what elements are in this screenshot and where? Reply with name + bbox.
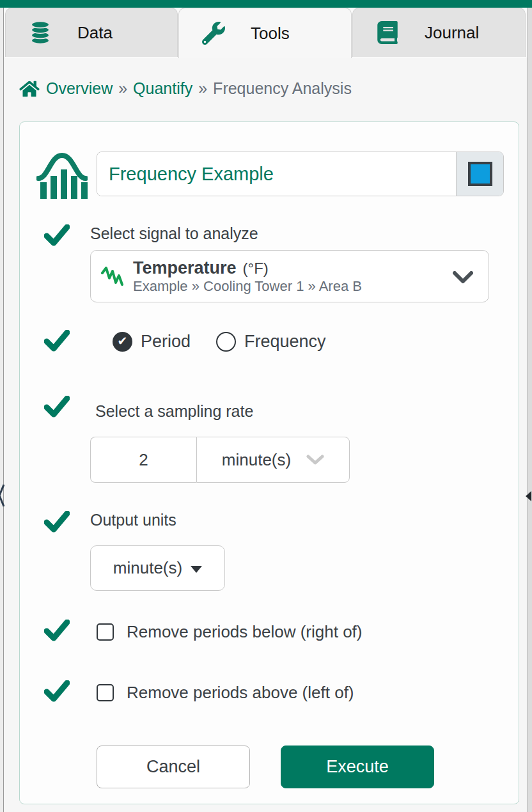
tab-bar: Data Tools Journal (0, 8, 532, 58)
tab-journal-label: Journal (425, 23, 479, 43)
tab-tools-label: Tools (251, 24, 290, 43)
step-complete-icon (44, 680, 70, 702)
signal-section-label: Select signal to analyze (90, 224, 258, 243)
remove-above-checkbox[interactable] (97, 684, 114, 701)
right-panel-edge (528, 8, 532, 812)
tab-tools[interactable]: Tools (178, 8, 352, 58)
output-units-value: minute(s) (113, 558, 182, 578)
remove-below-label[interactable]: Remove periods below (right of) (127, 622, 363, 642)
sampling-unit-select[interactable]: minute(s) (196, 437, 350, 483)
caret-down-icon (191, 566, 202, 573)
chevron-down-icon (306, 455, 324, 465)
tool-name-group (97, 152, 504, 196)
radio-frequency-label[interactable]: Frequency (244, 332, 326, 352)
mode-radio-group: Period Frequency (113, 332, 326, 352)
breadcrumb: Overview » Quantify » Frequency Analysis (19, 79, 352, 98)
step-complete-icon (44, 511, 70, 533)
color-picker-button[interactable] (456, 152, 503, 196)
cancel-button[interactable]: Cancel (97, 746, 250, 788)
option-remove-above: Remove periods above (left of) (97, 683, 354, 703)
radio-frequency-control[interactable] (216, 332, 236, 352)
signal-name: Temperature (133, 258, 237, 277)
home-icon (19, 80, 40, 98)
chevron-down-icon (453, 271, 473, 284)
sampling-rate-group: minute(s) (90, 437, 350, 483)
book-icon (376, 21, 399, 44)
step-complete-icon (44, 224, 70, 246)
tool-header (36, 149, 504, 199)
collapse-left-handle[interactable] (0, 483, 5, 508)
option-remove-below: Remove periods below (right of) (97, 622, 363, 642)
breadcrumb-link-quantify[interactable]: Quantify (133, 79, 192, 98)
breadcrumb-current: Frequency Analysis (213, 79, 352, 98)
breadcrumb-link-overview[interactable]: Overview (46, 79, 113, 98)
step-complete-icon (44, 396, 70, 418)
output-units-label: Output units (90, 511, 176, 529)
radio-period[interactable]: Period (113, 332, 191, 352)
remove-above-label[interactable]: Remove periods above (left of) (127, 683, 354, 703)
sampling-section-label: Select a sampling rate (95, 402, 253, 421)
tool-name-input[interactable] (97, 152, 456, 196)
breadcrumb-separator: » (118, 79, 127, 98)
chevron-left-icon (0, 483, 5, 508)
signal-path: Example » Cooling Tower 1 » Area B (133, 278, 362, 294)
breadcrumb-home[interactable] (19, 80, 40, 98)
wrench-icon (202, 22, 225, 45)
signal-unit: (°F) (243, 260, 269, 277)
execute-button[interactable]: Execute (281, 746, 434, 788)
breadcrumb-separator: » (198, 79, 207, 98)
step-complete-icon (44, 330, 70, 352)
output-units-dropdown[interactable]: minute(s) (90, 545, 225, 591)
top-accent-bar (0, 0, 532, 8)
signal-select[interactable]: Temperature(°F) Example » Cooling Tower … (90, 250, 489, 302)
remove-below-checkbox[interactable] (97, 623, 114, 641)
frequency-analysis-icon (36, 149, 88, 199)
tab-journal[interactable]: Journal (352, 8, 526, 57)
radio-period-control[interactable] (113, 332, 132, 352)
signal-icon (101, 265, 124, 287)
radio-frequency[interactable]: Frequency (216, 332, 326, 352)
signal-text: Temperature(°F) Example » Cooling Tower … (133, 258, 362, 294)
color-swatch (468, 162, 492, 186)
step-complete-icon (44, 620, 70, 641)
radio-period-label[interactable]: Period (141, 332, 191, 352)
left-panel-edge (0, 8, 4, 812)
sampling-unit-value: minute(s) (222, 450, 291, 470)
sampling-value-input[interactable] (90, 437, 196, 483)
database-icon (29, 21, 52, 44)
frequency-analysis-panel: Select signal to analyze Temperature(°F)… (19, 121, 519, 804)
tab-data[interactable]: Data (5, 8, 178, 57)
tab-data-label: Data (77, 23, 113, 43)
collapse-right-handle[interactable] (526, 491, 531, 501)
